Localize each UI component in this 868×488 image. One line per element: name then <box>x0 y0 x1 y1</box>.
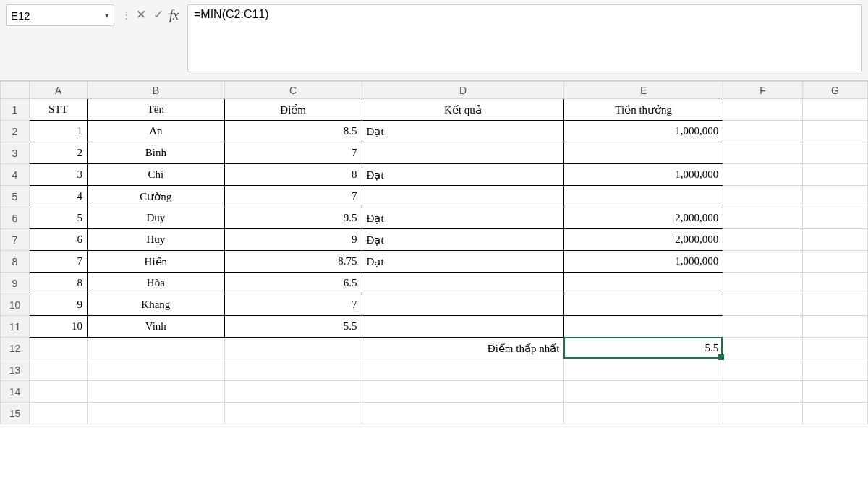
cell-B6[interactable]: Duy <box>87 207 224 229</box>
spreadsheet-grid[interactable]: A B C D E F G 1 STT Tên Điểm Kết quả Tiề… <box>0 81 868 424</box>
cell-C14[interactable] <box>224 381 362 403</box>
cell-G15[interactable] <box>803 403 868 424</box>
cell-A13[interactable] <box>29 359 87 381</box>
cell-A9[interactable]: 8 <box>29 273 87 294</box>
cell-G9[interactable] <box>803 273 868 294</box>
cell-G7[interactable] <box>803 229 868 251</box>
cell-C1[interactable]: Điểm <box>224 99 362 121</box>
cell-B15[interactable] <box>87 403 224 424</box>
cell-G3[interactable] <box>803 142 868 164</box>
cell-G2[interactable] <box>803 121 868 142</box>
cell-E9[interactable] <box>564 273 723 294</box>
formula-input[interactable]: =MIN(C2:C11) <box>187 4 862 72</box>
cell-C15[interactable] <box>224 403 362 424</box>
cell-D4[interactable]: Đạt <box>362 164 564 186</box>
col-header-E[interactable]: E <box>564 82 723 99</box>
cell-F4[interactable] <box>723 164 803 186</box>
row-header-15[interactable]: 15 <box>1 403 30 424</box>
cell-C8[interactable]: 8.75 <box>224 251 362 273</box>
cell-C2[interactable]: 8.5 <box>224 121 362 142</box>
cell-D9[interactable] <box>362 273 564 294</box>
cell-C3[interactable]: 7 <box>224 142 362 164</box>
cell-F9[interactable] <box>723 273 803 294</box>
cell-B4[interactable]: Chi <box>87 164 224 186</box>
cell-D14[interactable] <box>362 381 564 403</box>
cell-D3[interactable] <box>362 142 564 164</box>
cell-E12[interactable]: 5.5 <box>564 338 723 359</box>
row-header-9[interactable]: 9 <box>1 273 30 294</box>
cell-G1[interactable] <box>803 99 868 121</box>
cell-G12[interactable] <box>803 338 868 359</box>
cell-F13[interactable] <box>723 359 803 381</box>
row-header-4[interactable]: 4 <box>1 164 30 186</box>
cell-B7[interactable]: Huy <box>87 229 224 251</box>
cell-F8[interactable] <box>723 251 803 273</box>
cell-C5[interactable]: 7 <box>224 186 362 207</box>
cell-E14[interactable] <box>564 381 723 403</box>
cell-C13[interactable] <box>224 359 362 381</box>
cell-G13[interactable] <box>803 359 868 381</box>
cell-A7[interactable]: 6 <box>29 229 87 251</box>
cell-E6[interactable]: 2,000,000 <box>564 207 723 229</box>
col-header-B[interactable]: B <box>87 82 224 99</box>
row-header-14[interactable]: 14 <box>1 381 30 403</box>
cell-E10[interactable] <box>564 294 723 316</box>
row-header-2[interactable]: 2 <box>1 121 30 142</box>
cell-E13[interactable] <box>564 359 723 381</box>
row-header-11[interactable]: 11 <box>1 316 30 338</box>
cell-B13[interactable] <box>87 359 224 381</box>
fx-icon[interactable]: fx <box>168 8 180 23</box>
row-header-7[interactable]: 7 <box>1 229 30 251</box>
row-header-1[interactable]: 1 <box>1 99 30 121</box>
row-header-5[interactable]: 5 <box>1 186 30 207</box>
cell-B8[interactable]: Hiền <box>87 251 224 273</box>
cell-F12[interactable] <box>723 338 803 359</box>
cancel-formula-button[interactable]: ✕ <box>133 4 149 26</box>
cell-A3[interactable]: 2 <box>29 142 87 164</box>
cell-C10[interactable]: 7 <box>224 294 362 316</box>
cell-F3[interactable] <box>723 142 803 164</box>
col-header-D[interactable]: D <box>362 82 564 99</box>
select-all-corner[interactable] <box>1 82 30 99</box>
cell-G8[interactable] <box>803 251 868 273</box>
col-header-F[interactable]: F <box>723 82 803 99</box>
cell-C12[interactable] <box>224 338 362 359</box>
cell-A4[interactable]: 3 <box>29 164 87 186</box>
col-header-A[interactable]: A <box>29 82 87 99</box>
cell-G11[interactable] <box>803 316 868 338</box>
chevron-down-icon[interactable]: ▾ <box>105 11 109 20</box>
cell-E11[interactable] <box>564 316 723 338</box>
row-header-12[interactable]: 12 <box>1 338 30 359</box>
cell-D2[interactable]: Đạt <box>362 121 564 142</box>
cell-C11[interactable]: 5.5 <box>224 316 362 338</box>
col-header-G[interactable]: G <box>803 82 868 99</box>
cell-F6[interactable] <box>723 207 803 229</box>
cell-D13[interactable] <box>362 359 564 381</box>
col-header-C[interactable]: C <box>224 82 362 99</box>
cell-A12[interactable] <box>29 338 87 359</box>
cell-E15[interactable] <box>564 403 723 424</box>
cell-D5[interactable] <box>362 186 564 207</box>
cell-E3[interactable] <box>564 142 723 164</box>
cell-G5[interactable] <box>803 186 868 207</box>
cell-A14[interactable] <box>29 381 87 403</box>
cell-C4[interactable]: 8 <box>224 164 362 186</box>
cell-E4[interactable]: 1,000,000 <box>564 164 723 186</box>
cell-E8[interactable]: 1,000,000 <box>564 251 723 273</box>
cell-B12[interactable] <box>87 338 224 359</box>
cell-A2[interactable]: 1 <box>29 121 87 142</box>
cell-B1[interactable]: Tên <box>87 99 224 121</box>
cell-A1[interactable]: STT <box>29 99 87 121</box>
cell-D11[interactable] <box>362 316 564 338</box>
cell-E5[interactable] <box>564 186 723 207</box>
cell-B14[interactable] <box>87 381 224 403</box>
cell-F7[interactable] <box>723 229 803 251</box>
cell-A10[interactable]: 9 <box>29 294 87 316</box>
cell-E2[interactable]: 1,000,000 <box>564 121 723 142</box>
cell-B2[interactable]: An <box>87 121 224 142</box>
cell-A15[interactable] <box>29 403 87 424</box>
cell-B3[interactable]: Bình <box>87 142 224 164</box>
row-header-3[interactable]: 3 <box>1 142 30 164</box>
cell-A11[interactable]: 10 <box>29 316 87 338</box>
cell-D1[interactable]: Kết quả <box>362 99 564 121</box>
